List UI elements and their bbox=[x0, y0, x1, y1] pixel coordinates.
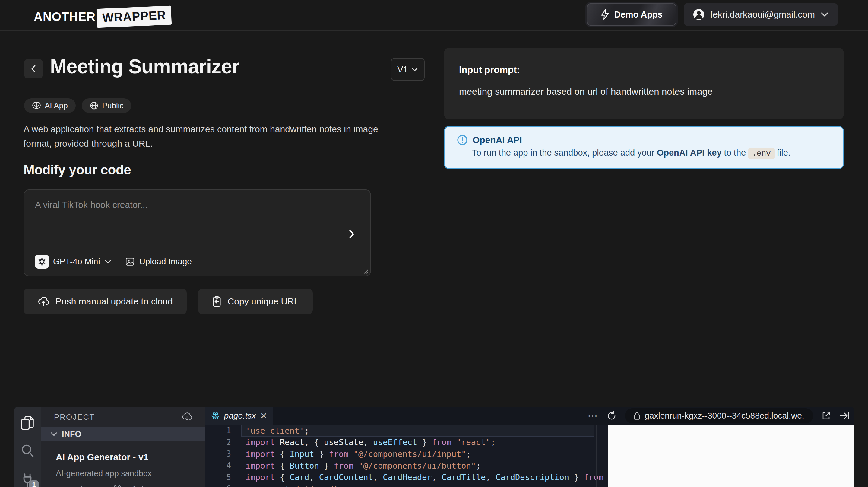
version-dropdown[interactable]: V1 bbox=[391, 58, 425, 81]
search-icon[interactable] bbox=[21, 444, 34, 459]
plugins-icon[interactable]: 1 bbox=[21, 471, 34, 487]
lock-icon bbox=[633, 411, 640, 420]
image-icon bbox=[125, 256, 135, 267]
cloud-download-icon[interactable] bbox=[182, 413, 192, 422]
public-badge: Public bbox=[82, 98, 131, 113]
account-menu-button[interactable]: fekri.darkaoui@gmail.com bbox=[684, 3, 838, 26]
code-text: import { Card, CardContent, CardHeader, … bbox=[241, 471, 623, 483]
tab-filename: page.tsx bbox=[224, 411, 256, 421]
input-prompt-value: meeting summarizer based on url of handw… bbox=[459, 86, 829, 97]
editor-scrollbar[interactable] bbox=[596, 425, 597, 487]
open-panel-arrow-icon[interactable] bbox=[839, 411, 850, 421]
chevron-down-icon bbox=[104, 259, 112, 264]
account-email: fekri.darkaoui@gmail.com bbox=[710, 9, 815, 20]
version-label: V1 bbox=[397, 65, 408, 74]
demo-apps-label: Demo Apps bbox=[614, 10, 662, 20]
logo-text-wrapper: WRAPPER bbox=[96, 6, 172, 28]
prompt-input[interactable] bbox=[35, 200, 343, 248]
code-area[interactable]: 1'use client';2import React, { useState,… bbox=[205, 425, 594, 487]
close-tab-icon[interactable]: ✕ bbox=[260, 411, 267, 421]
app-preview-pane[interactable] bbox=[608, 425, 854, 487]
clipboard-icon bbox=[212, 296, 222, 307]
sandbox-app-subtitle: AI-generated app sandbox bbox=[56, 469, 205, 478]
push-to-cloud-button[interactable]: Push manual update to cloud bbox=[24, 289, 187, 314]
input-prompt-card: Input prompt: meeting summarizer based o… bbox=[444, 48, 844, 120]
chevron-down-icon bbox=[50, 432, 58, 436]
push-to-cloud-label: Push manual update to cloud bbox=[56, 296, 173, 307]
ai-app-badge: AI App bbox=[24, 98, 76, 113]
upload-image-button[interactable]: Upload Image bbox=[125, 256, 192, 267]
input-prompt-label: Input prompt: bbox=[459, 65, 829, 75]
code-line[interactable]: 6components/ui/card"; bbox=[205, 483, 594, 487]
code-text: import { Input } from "@/components/ui/i… bbox=[241, 448, 594, 460]
chevron-right-icon bbox=[348, 229, 355, 239]
env-file-chip: .env bbox=[748, 148, 774, 159]
forks-count: 0 forks bbox=[126, 485, 150, 487]
alert-body-text: to the bbox=[722, 148, 749, 157]
modify-prompt-box: GPT-4o Mini Upload Image bbox=[24, 189, 371, 276]
badge-row: AI App Public bbox=[24, 98, 131, 113]
alert-body-text: To run the app in the sandbox, please ad… bbox=[472, 148, 657, 157]
plugins-count-badge: 1 bbox=[29, 480, 39, 487]
code-text: import { Button } from "@/components/ui/… bbox=[241, 460, 594, 471]
app-root: ANOTHER WRAPPER Demo Apps fekri.darkaoui… bbox=[0, 0, 868, 487]
code-line[interactable]: 2import React, { useState, useEffect } f… bbox=[205, 436, 594, 448]
openai-logo-icon bbox=[35, 255, 49, 269]
badge-label: AI App bbox=[44, 101, 68, 111]
chevron-down-icon bbox=[820, 12, 829, 17]
code-text: 'use client'; bbox=[241, 425, 594, 436]
anotherwrapper-logo[interactable]: ANOTHER WRAPPER bbox=[34, 7, 171, 26]
brain-icon bbox=[32, 101, 41, 110]
line-number: 5 bbox=[205, 473, 241, 482]
line-number: 3 bbox=[205, 449, 241, 458]
more-actions-icon[interactable]: ⋯ bbox=[588, 410, 598, 422]
resize-handle[interactable] bbox=[362, 267, 369, 274]
model-select-dropdown[interactable]: GPT-4o Mini bbox=[35, 255, 112, 269]
avatar-icon bbox=[693, 8, 705, 21]
model-label: GPT-4o Mini bbox=[53, 257, 100, 267]
badge-label: Public bbox=[102, 101, 124, 111]
openai-api-alert: OpenAI API To run the app in the sandbox… bbox=[444, 126, 844, 169]
alert-title: OpenAI API bbox=[473, 135, 522, 145]
info-section-label: INFO bbox=[62, 430, 82, 439]
code-line[interactable]: 4import { Button } from "@/components/ui… bbox=[205, 460, 594, 471]
alert-body: To run the app in the sandbox, please ad… bbox=[472, 148, 831, 158]
project-panel-label: PROJECT bbox=[54, 413, 95, 422]
send-prompt-button[interactable] bbox=[345, 227, 358, 241]
refresh-icon[interactable] bbox=[606, 410, 617, 421]
modify-code-heading: Modify your code bbox=[24, 162, 131, 177]
copy-unique-url-button[interactable]: Copy unique URL bbox=[198, 289, 313, 314]
files-icon[interactable] bbox=[20, 415, 35, 431]
sandbox-editor-panel: 1 PROJECT INFO AI App Generator - v1 AI-… bbox=[14, 407, 854, 487]
code-line[interactable]: 1'use client'; bbox=[205, 425, 594, 436]
line-number: 2 bbox=[205, 438, 241, 447]
tab-page-tsx[interactable]: page.tsx ✕ bbox=[205, 407, 273, 425]
upload-image-label: Upload Image bbox=[140, 257, 192, 267]
react-icon bbox=[211, 411, 220, 421]
demo-apps-button[interactable]: Demo Apps bbox=[587, 3, 677, 26]
top-header: ANOTHER WRAPPER Demo Apps fekri.darkaoui… bbox=[0, 0, 868, 31]
app-description: A web application that extracts and summ… bbox=[24, 122, 392, 151]
preview-url-bar[interactable]: gaxlenrun-kgxz--3000--34c588ed.local.we.… bbox=[625, 408, 813, 423]
code-line[interactable]: 3import { Input } from "@/components/ui/… bbox=[205, 448, 594, 460]
open-external-icon[interactable] bbox=[821, 410, 831, 421]
info-circle-icon bbox=[457, 134, 468, 146]
chevron-down-icon bbox=[411, 67, 418, 72]
page-title: Meeting Summarizer bbox=[50, 55, 240, 78]
back-button[interactable] bbox=[24, 59, 43, 79]
alert-body-bold: OpenAI API key bbox=[657, 148, 722, 157]
views-count: 0 views bbox=[70, 485, 96, 487]
sandbox-app-title: AI App Generator - v1 bbox=[56, 452, 205, 462]
line-number: 4 bbox=[205, 461, 241, 470]
editor-activity-bar: 1 bbox=[14, 407, 41, 487]
fork-icon bbox=[114, 485, 121, 487]
preview-url-text: gaxlenrun-kgxz--3000--34c588ed.local.we.… bbox=[645, 411, 805, 421]
alert-body-text: file. bbox=[775, 148, 790, 157]
line-number: 1 bbox=[205, 426, 241, 435]
copy-unique-url-label: Copy unique URL bbox=[228, 296, 299, 307]
sidebar-info-section[interactable]: INFO bbox=[41, 427, 205, 441]
code-text: import React, { useState, useEffect } fr… bbox=[241, 436, 594, 448]
code-line[interactable]: 5import { Card, CardContent, CardHeader,… bbox=[205, 471, 594, 483]
globe-icon bbox=[90, 101, 99, 110]
project-sidebar: PROJECT INFO AI App Generator - v1 AI-ge… bbox=[41, 407, 205, 487]
